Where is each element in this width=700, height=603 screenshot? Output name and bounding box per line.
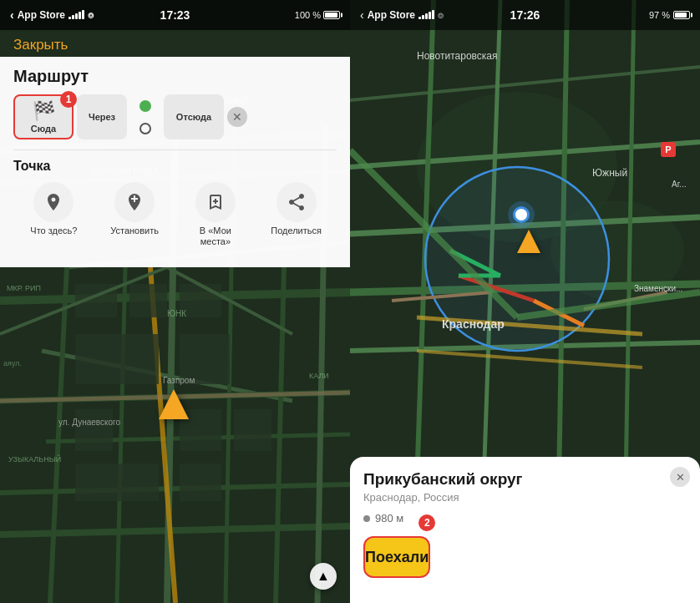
signal-bar-r4 [429, 12, 431, 19]
battery-pct-right: 97 % [649, 10, 670, 20]
set-label: Установить [110, 225, 159, 236]
back-chevron-icon: ‹ [10, 8, 14, 22]
svg-rect-26 [75, 464, 159, 501]
battery-cap-right [691, 13, 692, 18]
svg-rect-23 [75, 409, 113, 451]
green-dot [139, 100, 151, 112]
wifi-icon-right: ⌾ [438, 9, 444, 21]
battery-pct-left: 100 % [295, 10, 321, 20]
battery-fill-left [325, 13, 337, 18]
action-whats-here[interactable]: Что здесь? [20, 182, 87, 247]
map-label-kali: КАЛИ [309, 372, 329, 380]
bookmark-plus-icon [195, 182, 236, 222]
svg-rect-25 [234, 409, 271, 451]
empty-dot [139, 123, 151, 134]
map-label-uzyk: УЗЫКАЛЬНЫЙ [8, 455, 61, 464]
location-pin-icon [33, 182, 74, 222]
route-title: Маршрут [13, 67, 337, 86]
signal-bar-1 [68, 17, 71, 19]
waypoint-from[interactable]: Отсюда [164, 94, 224, 139]
left-panel: ‹ App Store ⌾ 17:23 100 % Закрыть Маршру… [0, 0, 350, 603]
carrier-name: App Store [18, 9, 65, 21]
signal-bar-r2 [422, 15, 424, 19]
city-label-znam: Знаменски... [634, 284, 682, 293]
navigation-arrow-left [159, 389, 189, 419]
flag-icon: 🏁 [33, 100, 55, 122]
badge-1: 1 [60, 91, 77, 108]
action-share[interactable]: Поделиться [263, 182, 330, 247]
battery-icon-right [673, 11, 690, 19]
svg-rect-27 [180, 464, 221, 501]
route-panel: Маршрут 1 🏁 Сюда Через Отсюда [0, 57, 350, 267]
waypoint-via-label: Через [89, 112, 115, 122]
map-label-mkr: МКР. РИП [7, 284, 41, 292]
city-label-ag: Аг... [672, 180, 686, 189]
city-label-novotit: Новотитаровская [417, 50, 498, 62]
map-label-gazprom: Газпром [163, 376, 195, 385]
place-info-panel: ✕ Прикубанский округ Краснодар, Россия 9… [350, 457, 700, 603]
navigation-arrow-right [517, 230, 540, 253]
point-section: Точка Что здесь? Установить [13, 149, 337, 247]
svg-rect-19 [129, 284, 167, 317]
compass-button-left[interactable]: ▲ [310, 563, 337, 590]
signal-bar-r5 [432, 10, 434, 19]
share-label: Поделиться [271, 225, 322, 236]
location-dot [513, 206, 530, 223]
map-label-dunayevskogo: ул. Дунаевского [58, 418, 120, 427]
place-name: Прикубанский округ [363, 470, 687, 489]
time-display-right: 17:26 [510, 8, 540, 22]
point-label: Точка [13, 159, 337, 174]
battery-fill-right [675, 13, 687, 18]
signal-bars-right [418, 11, 434, 19]
share-icon [276, 182, 317, 222]
parking-icon: P [661, 142, 676, 157]
status-carrier-group: ‹ App Store ⌾ [10, 8, 94, 22]
signal-bar-r3 [425, 13, 428, 19]
city-label-krasnodar: Краснодар [442, 317, 505, 331]
carrier-name-right: App Store [368, 9, 415, 21]
waypoints-row: 1 🏁 Сюда Через Отсюда ✕ [13, 94, 337, 139]
signal-bar-2 [72, 15, 74, 19]
badge-2: 2 [418, 514, 435, 531]
action-my-places[interactable]: В «Моиместа» [182, 182, 249, 247]
battery-group-left: 100 % [295, 10, 340, 20]
signal-bar-5 [82, 10, 84, 19]
status-right-left: ‹ App Store ⌾ [360, 8, 444, 22]
remove-waypoint-button[interactable]: ✕ [227, 107, 247, 127]
status-bar-left: ‹ App Store ⌾ 17:23 100 % [0, 0, 350, 30]
go-button[interactable]: Поехали [363, 536, 430, 578]
waypoint-via[interactable]: Через [77, 94, 127, 139]
close-button[interactable]: Закрыть [13, 37, 68, 53]
place-address: Краснодар, Россия [363, 491, 687, 504]
signal-bar-3 [75, 13, 78, 19]
go-button-container: 2 Поехали [363, 536, 430, 578]
waypoint-dots [130, 94, 160, 139]
status-right-right: 97 % [649, 10, 690, 20]
waypoint-from-label: Отсюда [176, 112, 211, 122]
map-label-yunk: ЮНК [167, 309, 186, 318]
map-label-aya: аяул. [3, 359, 22, 367]
actions-grid: Что здесь? Установить В «Моиместа» [13, 182, 337, 247]
waypoint-here-label: Сюда [31, 124, 56, 134]
wifi-icon: ⌾ [88, 9, 94, 21]
back-chevron-right: ‹ [360, 8, 364, 22]
city-label-yuzhny: Южный [592, 167, 627, 179]
svg-rect-29 [0, 409, 46, 447]
signal-bar-4 [79, 12, 81, 19]
whats-here-label: Что здесь? [30, 225, 77, 236]
waypoint-here[interactable]: 1 🏁 Сюда [13, 94, 74, 139]
my-places-label: В «Моиместа» [200, 225, 231, 247]
signal-bars-icon [68, 11, 84, 19]
distance-dot-icon [363, 515, 370, 522]
signal-bar-r1 [418, 17, 421, 19]
place-close-button[interactable]: ✕ [670, 467, 690, 487]
right-panel: ‹ App Store ⌾ 17:26 97 % Новотитаровская… [350, 0, 700, 603]
status-bar-right: ‹ App Store ⌾ 17:26 97 % [350, 0, 700, 30]
distance-row: 980 м [363, 512, 687, 524]
distance-value: 980 м [375, 512, 403, 524]
action-set[interactable]: Установить [101, 182, 168, 247]
pin-plus-icon [114, 182, 155, 222]
battery-cap-left [341, 13, 342, 18]
time-display-left: 17:23 [160, 8, 190, 22]
battery-icon-left [323, 11, 340, 19]
